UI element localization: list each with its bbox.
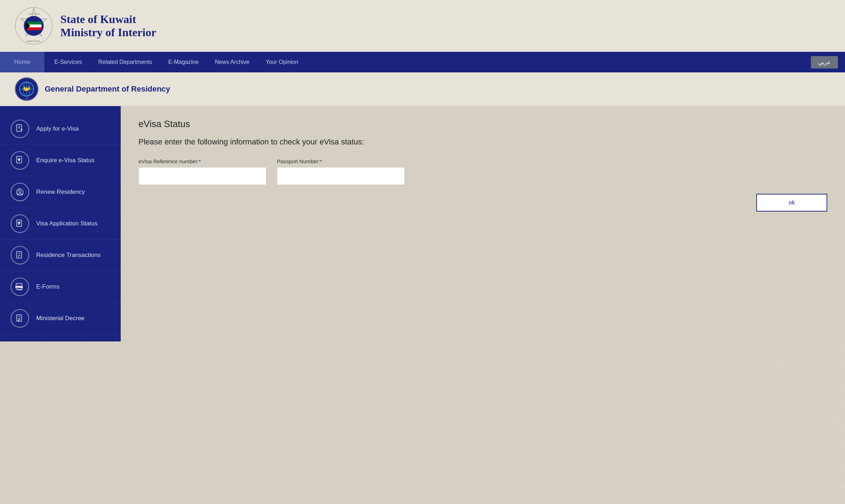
nav-emagazine[interactable]: E-Magazine (165, 53, 201, 72)
header-title-line2: Ministry of Interior (60, 26, 156, 39)
sidebar-label-eforms: E-Forms (36, 283, 59, 290)
evisa-ref-group: eVisa Reference number:* (138, 158, 266, 185)
svg-point-15 (27, 87, 28, 88)
header-text: State of Kuwait Ministry of Interior (60, 13, 156, 39)
sidebar-label-apply-evisa: Apply for e-Visa (36, 125, 79, 132)
police-logo: الشرطة الكويت KUWAIT POLICE (14, 6, 53, 45)
sidebar-item-apply-evisa[interactable]: Apply for e-Visa (0, 113, 121, 145)
enquire-evisa-icon: ? (11, 151, 29, 170)
svg-text:KUWAIT POLICE: KUWAIT POLICE (27, 40, 41, 42)
svg-text:?: ? (18, 158, 20, 161)
sidebar-item-ministerial[interactable]: Ministerial Decree (0, 303, 121, 334)
nav-news-archive[interactable]: News Archive (212, 53, 252, 72)
sidebar-item-visa-status[interactable]: ? Visa Application Status (0, 208, 121, 240)
header-title-line1: State of Kuwait (60, 13, 156, 26)
sidebar-item-eforms[interactable]: e-Form E-Forms (0, 271, 121, 303)
nav-eservices[interactable]: E-Services (51, 53, 84, 72)
nav-items: E-Services Related Departments E-Magazin… (44, 53, 811, 72)
ok-button[interactable]: ok (756, 194, 827, 212)
evisa-ref-label: eVisa Reference number:* (138, 158, 266, 164)
nav-related-departments[interactable]: Related Departments (96, 53, 155, 72)
visa-status-icon: ? (11, 214, 29, 233)
passport-label: Passport Number:* (277, 158, 405, 164)
evisa-ref-input[interactable] (138, 167, 266, 185)
evisa-status-title: eVisa Status (138, 119, 827, 130)
svg-point-26 (19, 190, 21, 192)
form-row: eVisa Reference number:* Passport Number… (138, 158, 827, 185)
svg-rect-33 (17, 252, 22, 258)
arabic-button[interactable]: عربي (811, 56, 838, 69)
nav-your-opinion[interactable]: Your Opinion (263, 53, 301, 72)
sidebar-label-enquire-evisa: Enquire e-Visa Status (36, 157, 94, 164)
site-header: الشرطة الكويت KUWAIT POLICE State of Kuw… (0, 0, 845, 52)
sidebar-label-renew-residency: Renew Residency (36, 188, 85, 196)
passport-group: Passport Number:* (277, 158, 405, 185)
sidebar-label-residence-trans: Residence Transactions (36, 252, 100, 259)
apply-evisa-icon (11, 120, 29, 138)
svg-text:الشرطة الكويت: الشرطة الكويت (28, 12, 39, 15)
sidebar-item-enquire-evisa[interactable]: ? Enquire e-Visa Status (0, 145, 121, 176)
dept-header: الإقامة General Department of Residency (0, 72, 845, 106)
dept-logo: الإقامة (14, 77, 39, 102)
renew-residency-icon (11, 183, 29, 201)
navbar: Home E-Services Related Departments E-Ma… (0, 52, 845, 72)
dept-name: General Department of Residency (45, 84, 170, 94)
sidebar-item-residence-trans[interactable]: Residence Transactions (0, 240, 121, 271)
nav-home[interactable]: Home (0, 52, 44, 72)
main-content: Apply for e-Visa ? Enquire e-Visa Status (0, 106, 845, 341)
content-area: eVisa Status Please enter the following … (121, 106, 845, 341)
sidebar: Apply for e-Visa ? Enquire e-Visa Status (0, 106, 121, 341)
passport-input[interactable] (277, 167, 405, 185)
sidebar-label-ministerial: Ministerial Decree (36, 315, 84, 322)
ministerial-icon (11, 309, 29, 328)
sidebar-label-visa-status: Visa Application Status (36, 220, 98, 227)
sidebar-item-renew-residency[interactable]: Renew Residency (0, 176, 121, 208)
residence-trans-icon (11, 246, 29, 264)
eforms-icon: e-Form (11, 278, 29, 296)
evisa-instruction: Please enter the following information t… (138, 137, 387, 148)
svg-point-14 (25, 87, 27, 88)
